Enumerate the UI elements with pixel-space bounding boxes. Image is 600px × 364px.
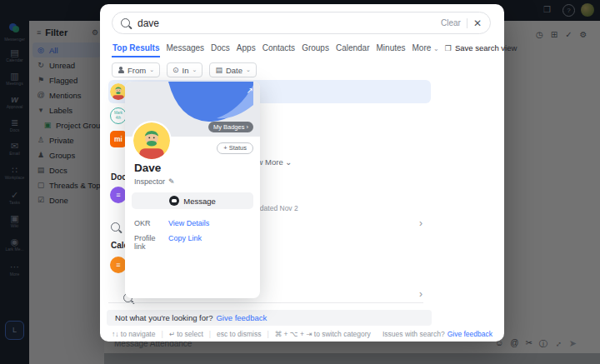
give-feedback-link[interactable]: Give feedback xyxy=(216,313,267,322)
doc-result-icon[interactable]: ≡ xyxy=(110,187,127,203)
clear-button[interactable]: Clear xyxy=(441,18,461,27)
separator xyxy=(467,18,468,28)
tab-top-results[interactable]: Top Results xyxy=(112,43,160,57)
target-icon: ⊙ xyxy=(172,66,179,74)
app-screen: Messenger ▤ Calendar ▥ Meetings w Approv… xyxy=(0,0,600,364)
view-details-link[interactable]: View Details xyxy=(168,219,209,227)
profile-name: Dave xyxy=(134,162,161,174)
calendar-icon: ▤ xyxy=(215,66,222,74)
date-filter-chip[interactable]: ▤ Date ⌄ xyxy=(209,62,256,77)
message-button[interactable]: Message xyxy=(132,192,253,209)
tab-contacts[interactable]: Contacts xyxy=(262,43,296,57)
search-icon xyxy=(121,18,130,27)
tab-more[interactable]: More ⌄ xyxy=(412,43,440,57)
tab-calendar[interactable]: Calendar xyxy=(335,43,371,57)
chevron-down-icon: ⌄ xyxy=(246,67,251,73)
profile-job-title: Inspector ✎ xyxy=(134,177,175,186)
tab-minutes[interactable]: Minutes xyxy=(376,43,407,57)
save-icon: ❐ xyxy=(445,44,452,52)
profile-avatar[interactable] xyxy=(133,122,170,159)
my-badges-button[interactable]: My Badges › xyxy=(208,122,253,132)
chevron-right-icon[interactable]: › xyxy=(419,288,422,300)
app-icon-mi[interactable]: mi xyxy=(110,131,127,147)
chevron-down-icon: ⌄ xyxy=(433,45,439,52)
in-filter-chip[interactable]: ⊙ In ⌄ xyxy=(167,62,202,77)
group-avatar-badge[interactable]: Mark 4th xyxy=(110,107,127,124)
save-search-view-button[interactable]: ❐ Save search view xyxy=(445,43,518,57)
issues-text: Issues with search? xyxy=(382,330,445,338)
event-result-icon[interactable]: ≡ xyxy=(110,257,127,273)
okr-row: OKR View Details xyxy=(134,219,209,227)
profile-link-row: Profile link Copy Link xyxy=(134,234,202,251)
search-bar[interactable]: Clear ✕ xyxy=(112,12,491,34)
from-filter-chip[interactable]: From ⌄ xyxy=(112,62,160,77)
add-status-button[interactable]: + Status xyxy=(217,142,253,154)
chat-bubble-icon xyxy=(169,196,179,206)
tab-groups[interactable]: Groups xyxy=(301,43,330,57)
tab-docs[interactable]: Docs xyxy=(210,43,231,57)
tab-messages[interactable]: Messages xyxy=(165,43,205,57)
divider xyxy=(108,302,423,303)
profile-card: ↗ My Badges › + Status Dave Inspector ✎ … xyxy=(125,82,260,298)
hint-navigate: ↑↓ to navigate xyxy=(112,330,155,338)
person-icon xyxy=(118,67,124,73)
copy-link-button[interactable]: Copy Link xyxy=(168,234,202,251)
chevron-down-icon: ⌄ xyxy=(149,67,154,73)
contact-avatar-dave[interactable] xyxy=(110,83,127,100)
hint-select: ↵ to select xyxy=(169,330,203,338)
search-tabs: Top Results Messages Docs Apps Contacts … xyxy=(112,37,492,57)
tab-apps[interactable]: Apps xyxy=(236,43,257,57)
hint-dismiss: esc to dismiss xyxy=(217,330,261,338)
search-filter-chips: From ⌄ ⊙ In ⌄ ▤ Date ⌄ xyxy=(112,62,257,77)
edit-icon[interactable]: ✎ xyxy=(168,177,175,186)
chevron-right-icon[interactable]: › xyxy=(419,217,422,229)
chevron-down-icon: ⌄ xyxy=(192,67,198,73)
keyboard-hints: ↑↓ to navigate | ↵ to select | esc to di… xyxy=(112,328,492,340)
share-icon[interactable]: ↗ xyxy=(247,86,253,95)
issues-feedback-link[interactable]: Give feedback xyxy=(448,330,492,338)
close-icon[interactable]: ✕ xyxy=(473,17,482,29)
see-more-docs-row[interactable] xyxy=(111,222,120,232)
search-input[interactable] xyxy=(136,17,435,30)
hint-switch-category: ⌘ + ⌥ + ⇥ to switch category xyxy=(275,330,371,338)
feedback-bar: Not what you're looking for? Give feedba… xyxy=(107,310,432,326)
